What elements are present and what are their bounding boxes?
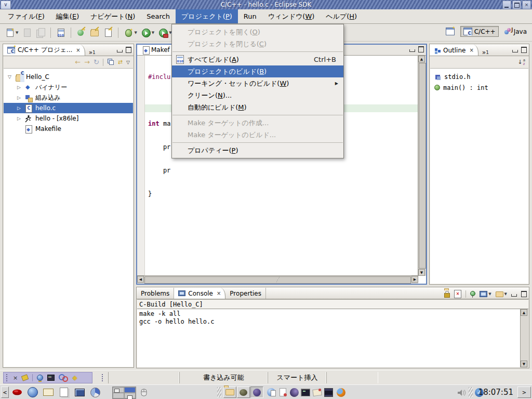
clock[interactable]: 18:07:51 [478,388,513,397]
properties-tab[interactable]: Properties [225,288,266,299]
scroll-up-icon[interactable]: ▲ [521,309,527,316]
clear-console-button[interactable]: × [454,290,461,298]
twisty-closed-icon[interactable]: ▷ [16,116,22,121]
scroll-down-icon[interactable]: ▼ [418,269,425,276]
terminal-icon[interactable] [300,387,311,397]
scroll-left-icon[interactable]: ◀ [137,276,144,283]
menu-navigate[interactable]: ナビゲート(N) [85,9,141,23]
save-all-button[interactable] [35,26,46,39]
tray-drag-handle[interactable] [469,387,473,397]
minimize-view-button[interactable] [511,294,517,297]
pin-console-button[interactable] [470,291,475,296]
presentation-icon[interactable] [89,387,101,398]
mouse-settings-icon[interactable] [138,387,150,398]
menu-item-clean[interactable]: クリーン(N)... [172,89,343,101]
tree-item-hello-binary[interactable]: ▷ hello - [x86le] [4,113,133,124]
tree-item-binaries[interactable]: ▷ ◆ バイナリー [4,82,133,92]
fastview-globe-icon[interactable] [37,375,43,381]
workspace-4[interactable] [124,393,136,398]
maximize-button[interactable] [512,1,521,9]
tree-item-includes[interactable]: ▷ 組み込み [4,92,133,103]
drag-handle[interactable] [102,374,104,381]
view-stack-chevron[interactable]: »1 [482,49,489,56]
menu-item-build-automatically[interactable]: 自動的にビルド(M) [172,101,343,113]
menu-item-properties[interactable]: プロパティー(P) [172,144,343,156]
web-docs-icon[interactable] [266,387,276,397]
minimize-view-button[interactable] [512,50,518,52]
menu-item-build-project[interactable]: プロジェクトのビルド(B) [172,65,343,77]
window-button-eclipse[interactable] [250,387,263,398]
outline-item-main[interactable]: main() : int [430,82,528,93]
menu-edit[interactable]: 編集(E) [50,9,85,23]
writer-docs-icon[interactable] [277,387,288,397]
minimize-button[interactable] [502,1,511,9]
close-view-icon[interactable]: × [76,47,80,53]
outline-view-tab[interactable]: Outline × [430,45,478,56]
outline-item-stdio[interactable]: stdio.h [430,71,528,82]
maximize-view-button[interactable] [521,47,527,53]
editor-horizontal-scrollbar[interactable]: ◀ ▶ [137,275,418,284]
minimize-view-button[interactable] [117,50,123,52]
fastview-close-icon[interactable]: × [13,375,18,381]
workspace-3[interactable] [113,393,124,398]
robot-icon[interactable] [323,387,334,397]
sort-alphabetical-button[interactable]: ↓ az [517,59,525,66]
taskbar-expand-button[interactable]: > [517,387,531,398]
menu-item-build-working-set[interactable]: ワーキング・セットのビルド(W) ▶ [172,77,343,89]
tree-item-project[interactable]: ▽ C Hello_C [4,72,133,82]
window-button-file-manager[interactable] [223,387,236,398]
moon-sphere-icon[interactable] [289,387,299,397]
twisty-closed-icon[interactable]: ▷ [16,105,22,111]
tree-item-makefile[interactable]: ◆ Makefile [4,124,133,134]
scroll-down-icon[interactable]: ▼ [521,361,527,367]
maximize-editor-button[interactable] [418,46,424,52]
workspace-pager[interactable] [112,387,136,399]
collapse-all-button[interactable] [107,58,114,66]
view-menu-button[interactable]: ▽ [126,60,130,65]
twisty-closed-icon[interactable]: ▷ [16,85,22,90]
taskbar-collapse-button[interactable]: < [1,387,9,398]
fastview-tag-icon[interactable] [21,374,29,381]
email-icon[interactable] [43,387,54,398]
window-button-gimp[interactable] [237,387,250,398]
documents-icon[interactable] [58,387,70,398]
close-view-icon[interactable]: × [217,290,221,296]
menu-help[interactable]: ヘルプ(H) [320,9,363,23]
fastview-debug-icon[interactable] [59,374,68,382]
volume-icon[interactable] [456,387,468,398]
mail-tray-icon[interactable] [312,387,322,397]
forward-button[interactable]: → [84,58,90,66]
problems-tab[interactable]: Problems [137,288,174,299]
new-file-wizard-button[interactable]: ✦ [102,26,114,39]
console-tab[interactable]: Console × [174,288,225,299]
editor-tab-makefile[interactable]: ◆ Makef [137,45,175,55]
fastview-console-icon[interactable] [47,375,55,381]
window-titlebar[interactable]: ∨ C/C++ - hello.c - Eclipse SDK × [0,0,532,9]
twisty-closed-icon[interactable]: ▷ [16,95,22,100]
menu-project[interactable]: プロジェクト(P) [176,9,238,23]
workspace-1[interactable] [113,387,124,393]
open-console-button[interactable]: ▼ [496,291,507,297]
new-c-app-wizard-button[interactable]: ✦ [75,26,87,39]
main-menu-redhat-icon[interactable] [11,387,23,398]
menu-search[interactable]: Search [141,9,176,23]
console-vertical-scrollbar[interactable]: ▲ ▼ [520,309,528,367]
workspace-2-active[interactable] [124,387,136,393]
minimize-editor-button[interactable] [409,49,415,52]
office-icon[interactable] [74,387,85,398]
view-stack-chevron[interactable]: »1 [89,49,96,56]
scroll-lock-button[interactable] [444,293,450,298]
maximize-view-button[interactable] [126,47,131,53]
build-all-button[interactable]: 010 [55,26,66,39]
tree-item-hello-c[interactable]: ▷ C hello.c [4,103,133,113]
back-button[interactable]: ← [75,58,81,66]
link-with-editor-button[interactable]: ⇄ [118,59,123,65]
web-browser-icon[interactable] [27,387,38,398]
menu-window[interactable]: ウィンドウ(W) [262,9,321,23]
scroll-up-icon[interactable]: ▲ [418,56,425,62]
scrollbar-thumb[interactable] [419,63,426,269]
scrollbar-thumb[interactable] [144,276,411,284]
close-view-icon[interactable]: × [469,47,473,53]
menu-file[interactable]: ファイル(F) [2,9,50,23]
drag-handle[interactable] [6,374,9,381]
